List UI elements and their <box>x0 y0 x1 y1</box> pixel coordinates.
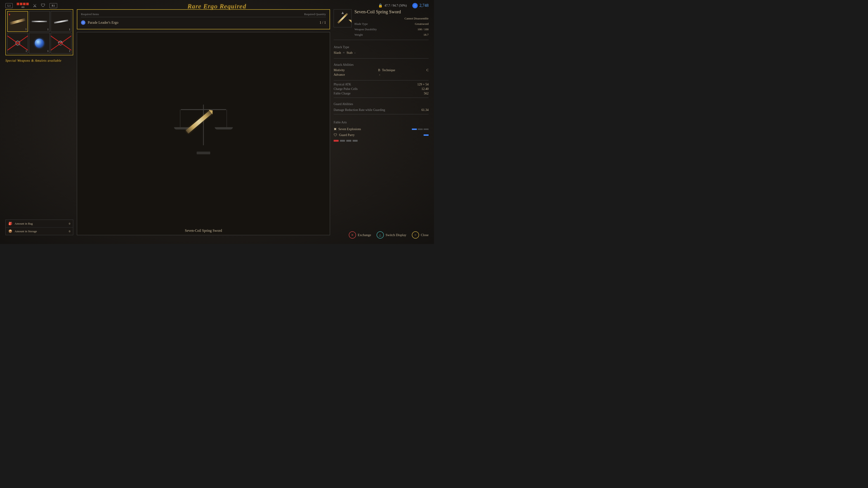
inventory-info: 🎒 Amount in Bag 0 📦 Amount in Storage 0 <box>5 220 73 235</box>
weapon-icon-0 <box>9 18 26 25</box>
attack-type-row: Slash = Stab - <box>334 51 429 55</box>
nav-all-label: All <box>21 6 24 8</box>
durability-label: Weapon Durability <box>354 28 377 31</box>
scale-right-chain <box>226 109 227 128</box>
fable-charge-value: 562 <box>424 92 429 95</box>
item-grid: ♦ 1 1 1 ⚙ 1 <box>5 9 73 55</box>
guard-icon: 🛡 <box>334 133 337 137</box>
cross-line-icon <box>51 35 71 52</box>
weapon-stats-header: Cannot Disassemble Blade Type Greatsword… <box>354 16 429 37</box>
abilities-grid: Motivity B Technique C Advance - <box>334 68 429 76</box>
exchange-action[interactable]: ✕ Exchange <box>349 231 371 238</box>
scale-post <box>203 105 204 145</box>
weapon-icon-1 <box>32 21 47 22</box>
dash-icon: - <box>354 51 355 55</box>
weapon-thumbnail: ▲ <box>334 9 352 27</box>
fable-art-2-label: Guard Parry <box>339 133 355 137</box>
explosion-icon: ✖ <box>334 127 337 131</box>
item-cell-1[interactable]: 1 <box>29 11 50 32</box>
bag-label: Amount in Bag <box>15 222 33 225</box>
fable-bar-2 <box>424 134 429 136</box>
scale-base <box>197 152 210 154</box>
left-panel: ♦ 1 1 1 ⚙ 1 <box>5 9 73 235</box>
bar-seg-3 <box>424 129 429 130</box>
item-cell-4[interactable]: 1 <box>29 33 50 54</box>
fable-art-row-2: 🛡 Guard Parry <box>334 132 429 138</box>
storage-icon: 📦 <box>8 230 12 233</box>
page-title: Rare Ergo Required <box>188 3 246 10</box>
bar-seg-1 <box>412 129 417 130</box>
damage-reduction-value: 61.34 <box>422 108 429 112</box>
physical-atk-value: 129 + 54 <box>417 83 429 86</box>
fable-art-1-name: ✖ Seven Explosions <box>334 127 361 131</box>
scale-illustration <box>174 105 233 154</box>
advance-label: Advance <box>334 73 376 76</box>
switch-display-button-icon[interactable]: △ <box>377 231 384 238</box>
attack-slash-label: Slash <box>334 51 341 55</box>
weapon-icon-3: ⚙ <box>14 39 21 47</box>
main-content: ♦ 1 1 1 ⚙ 1 <box>0 9 434 235</box>
item-count-3: 1 <box>26 50 27 53</box>
physical-atk-row: Physical ATK 129 + 54 <box>334 82 429 87</box>
stat-disassemble: Cannot Disassemble <box>354 16 429 21</box>
divider-2 <box>334 80 429 80</box>
currency-icon <box>412 3 418 8</box>
nav-all-item[interactable]: All <box>17 3 29 8</box>
storage-label: Amount in Storage <box>15 230 37 233</box>
nav-dagger-icon[interactable]: ⚔ <box>33 3 37 8</box>
item-count-2: 1 <box>69 28 70 31</box>
motivity-value: B <box>378 68 380 72</box>
weight-icon: 🔒 <box>378 3 383 8</box>
bar-seg-2 <box>418 129 423 130</box>
damage-reduction-row: Damage Reduction Rate while Guarding 61.… <box>334 108 429 112</box>
switch-display-label: Switch Display <box>385 233 406 237</box>
equals-icon: = <box>343 51 345 55</box>
red-marker-icon: ♦ <box>8 12 10 17</box>
bag-value: 0 <box>69 222 70 225</box>
top-nav: L1 All ⚔ 🛡 R1 <box>5 3 57 8</box>
indicator-gray-1 <box>340 140 345 142</box>
bottom-indicators <box>334 140 429 142</box>
currency-display: 2,748 <box>412 3 429 8</box>
bag-row: 🎒 Amount in Bag 0 <box>6 220 73 228</box>
stat-weight: Weight 18.7 <box>354 33 429 37</box>
cross-line-icon <box>7 35 28 52</box>
switch-display-action[interactable]: △ Switch Display <box>377 231 406 238</box>
top-right: 🔒 47.7 / 94.7 (50%) 2,748 <box>378 3 429 8</box>
nav-right-button[interactable]: R1 <box>50 3 57 8</box>
exchange-label: Exchange <box>358 233 371 237</box>
close-button-icon[interactable]: ○ <box>412 231 419 238</box>
weight-value: 47.7 / 94.7 (50%) <box>384 4 407 7</box>
fable-arts-title: Fable Arts <box>334 121 429 124</box>
nav-left-button[interactable]: L1 <box>5 3 13 8</box>
item-cell-5[interactable]: ⛑ 1 <box>51 33 71 54</box>
item-cell-2[interactable]: 1 <box>51 11 71 32</box>
fable-art-2-name: 🛡 Guard Parry <box>334 133 355 137</box>
blade-type-label: Blade Type <box>354 22 368 26</box>
disassemble-value: Cannot Disassemble <box>404 17 429 20</box>
exchange-button-icon[interactable]: ✕ <box>349 231 356 238</box>
top-bar: L1 All ⚔ 🛡 R1 Rare Ergo Required 🔒 47.7 … <box>0 0 434 9</box>
weapon-name: Seven-Coil Spring Sword <box>354 9 429 14</box>
preview-label: Seven-Coil Spring Sword <box>183 226 224 235</box>
close-label: Close <box>421 233 429 237</box>
storage-row: 📦 Amount in Storage 0 <box>6 228 73 235</box>
scale-left-chain <box>180 109 180 128</box>
weapon-icon-4 <box>35 39 44 48</box>
item-count-0: 1 <box>25 28 27 31</box>
weight-stat-label: Weight <box>354 33 363 37</box>
divider-1 <box>334 58 429 59</box>
item-cell-3[interactable]: ⚙ 1 <box>7 33 28 54</box>
nav-shield-icon[interactable]: 🛡 <box>41 3 45 8</box>
technique-label: Technique <box>382 68 425 72</box>
fable-art-row-1: ✖ Seven Explosions <box>334 126 429 132</box>
weapon-icon-2 <box>54 20 68 24</box>
required-item-text: Parade Leader's Ergo <box>88 21 119 25</box>
attack-stab-label: Stab <box>346 51 352 55</box>
special-weapons-label: Special Weapons & Amulets available <box>5 58 73 64</box>
required-qty-value: 1 / 1 <box>320 21 326 25</box>
item-cell-0[interactable]: ♦ 1 <box>7 11 28 32</box>
close-action[interactable]: ○ Close <box>412 231 429 238</box>
weight-display: 🔒 47.7 / 94.7 (50%) <box>378 3 407 8</box>
required-row: Parade Leader's Ergo 1 / 1 <box>81 19 326 26</box>
